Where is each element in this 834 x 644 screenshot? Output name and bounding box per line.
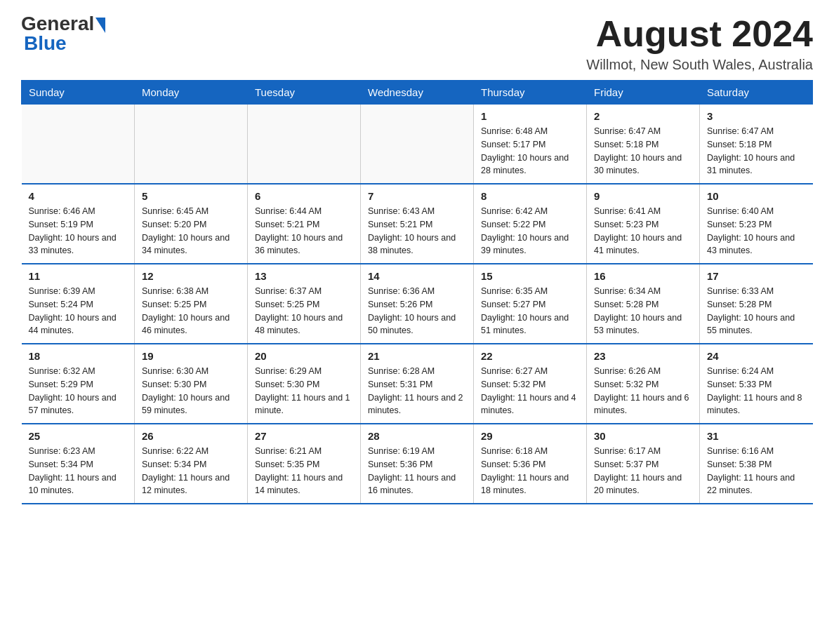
day-number: 28 bbox=[368, 430, 466, 442]
calendar-cell: 14Sunrise: 6:36 AMSunset: 5:26 PMDayligh… bbox=[361, 264, 474, 344]
day-info: Sunrise: 6:19 AMSunset: 5:36 PMDaylight:… bbox=[368, 445, 466, 497]
day-info: Sunrise: 6:35 AMSunset: 5:27 PMDaylight:… bbox=[481, 285, 579, 337]
calendar-cell: 24Sunrise: 6:24 AMSunset: 5:33 PMDayligh… bbox=[700, 344, 813, 424]
day-number: 13 bbox=[255, 270, 353, 282]
day-number: 16 bbox=[594, 270, 692, 282]
day-number: 10 bbox=[707, 190, 806, 202]
calendar-week-row: 4Sunrise: 6:46 AMSunset: 5:19 PMDaylight… bbox=[22, 184, 813, 264]
day-of-week-header: Tuesday bbox=[248, 81, 361, 105]
calendar-body: 1Sunrise: 6:48 AMSunset: 5:17 PMDaylight… bbox=[22, 105, 813, 504]
day-number: 9 bbox=[594, 190, 692, 202]
day-info: Sunrise: 6:44 AMSunset: 5:21 PMDaylight:… bbox=[255, 205, 353, 257]
calendar-cell: 9Sunrise: 6:41 AMSunset: 5:23 PMDaylight… bbox=[587, 184, 700, 264]
calendar-cell: 11Sunrise: 6:39 AMSunset: 5:24 PMDayligh… bbox=[22, 264, 135, 344]
day-info: Sunrise: 6:28 AMSunset: 5:31 PMDaylight:… bbox=[368, 365, 466, 417]
day-number: 23 bbox=[594, 350, 692, 362]
day-info: Sunrise: 6:41 AMSunset: 5:23 PMDaylight:… bbox=[594, 205, 692, 257]
calendar-cell: 3Sunrise: 6:47 AMSunset: 5:18 PMDaylight… bbox=[700, 105, 813, 185]
day-number: 6 bbox=[255, 190, 353, 202]
day-number: 22 bbox=[481, 350, 579, 362]
day-info: Sunrise: 6:29 AMSunset: 5:30 PMDaylight:… bbox=[255, 365, 353, 417]
calendar-cell: 26Sunrise: 6:22 AMSunset: 5:34 PMDayligh… bbox=[135, 424, 248, 504]
location-title: Willmot, New South Wales, Australia bbox=[586, 57, 813, 73]
calendar-cell bbox=[361, 105, 474, 185]
day-number: 21 bbox=[368, 350, 466, 362]
calendar-cell: 8Sunrise: 6:42 AMSunset: 5:22 PMDaylight… bbox=[474, 184, 587, 264]
calendar-cell: 21Sunrise: 6:28 AMSunset: 5:31 PMDayligh… bbox=[361, 344, 474, 424]
day-number: 17 bbox=[707, 270, 806, 282]
day-info: Sunrise: 6:34 AMSunset: 5:28 PMDaylight:… bbox=[594, 285, 692, 337]
day-number: 27 bbox=[255, 430, 353, 442]
calendar-table: SundayMondayTuesdayWednesdayThursdayFrid… bbox=[21, 80, 813, 504]
calendar-cell: 16Sunrise: 6:34 AMSunset: 5:28 PMDayligh… bbox=[587, 264, 700, 344]
calendar-cell: 27Sunrise: 6:21 AMSunset: 5:35 PMDayligh… bbox=[248, 424, 361, 504]
calendar-cell: 19Sunrise: 6:30 AMSunset: 5:30 PMDayligh… bbox=[135, 344, 248, 424]
day-number: 31 bbox=[707, 430, 806, 442]
day-info: Sunrise: 6:21 AMSunset: 5:35 PMDaylight:… bbox=[255, 445, 353, 497]
day-of-week-header: Friday bbox=[587, 81, 700, 105]
day-info: Sunrise: 6:32 AMSunset: 5:29 PMDaylight:… bbox=[29, 365, 128, 417]
calendar-cell: 28Sunrise: 6:19 AMSunset: 5:36 PMDayligh… bbox=[361, 424, 474, 504]
day-number: 25 bbox=[29, 430, 128, 442]
day-number: 8 bbox=[481, 190, 579, 202]
calendar-cell: 4Sunrise: 6:46 AMSunset: 5:19 PMDaylight… bbox=[22, 184, 135, 264]
calendar-cell: 5Sunrise: 6:45 AMSunset: 5:20 PMDaylight… bbox=[135, 184, 248, 264]
day-number: 15 bbox=[481, 270, 579, 282]
day-info: Sunrise: 6:37 AMSunset: 5:25 PMDaylight:… bbox=[255, 285, 353, 337]
month-year-title: August 2024 bbox=[586, 14, 813, 54]
day-info: Sunrise: 6:22 AMSunset: 5:34 PMDaylight:… bbox=[142, 445, 240, 497]
day-of-week-header: Monday bbox=[135, 81, 248, 105]
day-info: Sunrise: 6:40 AMSunset: 5:23 PMDaylight:… bbox=[707, 205, 806, 257]
day-info: Sunrise: 6:47 AMSunset: 5:18 PMDaylight:… bbox=[594, 125, 692, 177]
day-info: Sunrise: 6:27 AMSunset: 5:32 PMDaylight:… bbox=[481, 365, 579, 417]
day-info: Sunrise: 6:30 AMSunset: 5:30 PMDaylight:… bbox=[142, 365, 240, 417]
day-info: Sunrise: 6:18 AMSunset: 5:36 PMDaylight:… bbox=[481, 445, 579, 497]
calendar-header: SundayMondayTuesdayWednesdayThursdayFrid… bbox=[22, 81, 813, 105]
day-number: 14 bbox=[368, 270, 466, 282]
day-info: Sunrise: 6:23 AMSunset: 5:34 PMDaylight:… bbox=[29, 445, 128, 497]
day-info: Sunrise: 6:26 AMSunset: 5:32 PMDaylight:… bbox=[594, 365, 692, 417]
calendar-cell: 15Sunrise: 6:35 AMSunset: 5:27 PMDayligh… bbox=[474, 264, 587, 344]
calendar-cell: 31Sunrise: 6:16 AMSunset: 5:38 PMDayligh… bbox=[700, 424, 813, 504]
calendar-cell: 29Sunrise: 6:18 AMSunset: 5:36 PMDayligh… bbox=[474, 424, 587, 504]
day-info: Sunrise: 6:46 AMSunset: 5:19 PMDaylight:… bbox=[29, 205, 128, 257]
day-info: Sunrise: 6:47 AMSunset: 5:18 PMDaylight:… bbox=[707, 125, 806, 177]
title-block: August 2024 Willmot, New South Wales, Au… bbox=[586, 14, 813, 73]
calendar-week-row: 18Sunrise: 6:32 AMSunset: 5:29 PMDayligh… bbox=[22, 344, 813, 424]
page-header: General Blue August 2024 Willmot, New So… bbox=[21, 14, 813, 73]
day-number: 19 bbox=[142, 350, 240, 362]
calendar-week-row: 11Sunrise: 6:39 AMSunset: 5:24 PMDayligh… bbox=[22, 264, 813, 344]
day-info: Sunrise: 6:16 AMSunset: 5:38 PMDaylight:… bbox=[707, 445, 806, 497]
day-number: 20 bbox=[255, 350, 353, 362]
day-number: 1 bbox=[481, 110, 579, 122]
day-info: Sunrise: 6:17 AMSunset: 5:37 PMDaylight:… bbox=[594, 445, 692, 497]
day-number: 12 bbox=[142, 270, 240, 282]
calendar-cell bbox=[22, 105, 135, 185]
logo-triangle-icon bbox=[95, 18, 105, 33]
day-info: Sunrise: 6:39 AMSunset: 5:24 PMDaylight:… bbox=[29, 285, 128, 337]
calendar-cell: 18Sunrise: 6:32 AMSunset: 5:29 PMDayligh… bbox=[22, 344, 135, 424]
calendar-cell: 17Sunrise: 6:33 AMSunset: 5:28 PMDayligh… bbox=[700, 264, 813, 344]
calendar-cell: 12Sunrise: 6:38 AMSunset: 5:25 PMDayligh… bbox=[135, 264, 248, 344]
calendar-week-row: 1Sunrise: 6:48 AMSunset: 5:17 PMDaylight… bbox=[22, 105, 813, 185]
day-of-week-header: Sunday bbox=[22, 81, 135, 105]
calendar-week-row: 25Sunrise: 6:23 AMSunset: 5:34 PMDayligh… bbox=[22, 424, 813, 504]
calendar-cell: 13Sunrise: 6:37 AMSunset: 5:25 PMDayligh… bbox=[248, 264, 361, 344]
day-number: 18 bbox=[29, 350, 128, 362]
day-number: 24 bbox=[707, 350, 806, 362]
day-number: 7 bbox=[368, 190, 466, 202]
day-of-week-header: Wednesday bbox=[361, 81, 474, 105]
day-number: 30 bbox=[594, 430, 692, 442]
calendar-cell: 22Sunrise: 6:27 AMSunset: 5:32 PMDayligh… bbox=[474, 344, 587, 424]
calendar-cell: 2Sunrise: 6:47 AMSunset: 5:18 PMDaylight… bbox=[587, 105, 700, 185]
calendar-cell: 30Sunrise: 6:17 AMSunset: 5:37 PMDayligh… bbox=[587, 424, 700, 504]
calendar-cell: 25Sunrise: 6:23 AMSunset: 5:34 PMDayligh… bbox=[22, 424, 135, 504]
day-info: Sunrise: 6:24 AMSunset: 5:33 PMDaylight:… bbox=[707, 365, 806, 417]
calendar-cell: 23Sunrise: 6:26 AMSunset: 5:32 PMDayligh… bbox=[587, 344, 700, 424]
day-info: Sunrise: 6:48 AMSunset: 5:17 PMDaylight:… bbox=[481, 125, 579, 177]
logo-general: General bbox=[21, 14, 94, 34]
day-info: Sunrise: 6:43 AMSunset: 5:21 PMDaylight:… bbox=[368, 205, 466, 257]
day-number: 11 bbox=[29, 270, 128, 282]
day-number: 2 bbox=[594, 110, 692, 122]
day-of-week-header: Saturday bbox=[700, 81, 813, 105]
